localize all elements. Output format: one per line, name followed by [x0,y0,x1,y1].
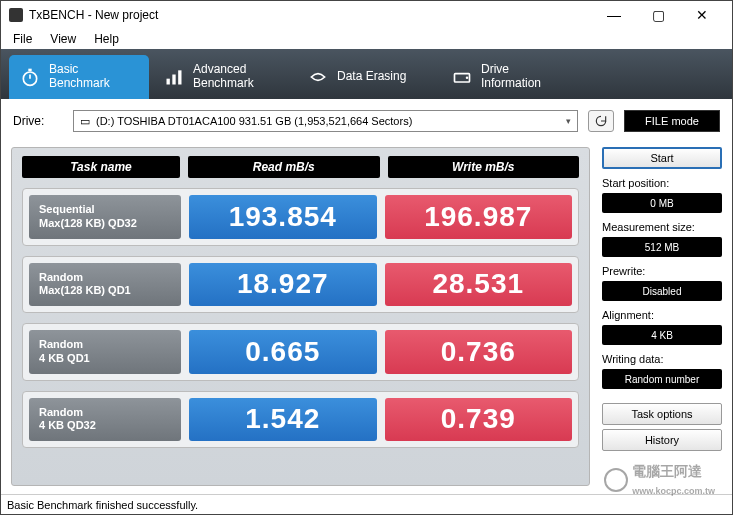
tab-data-erasing[interactable]: Data Erasing [297,55,437,99]
tab-drive-information[interactable]: DriveInformation [441,55,581,99]
window-title: TxBENCH - New project [29,8,158,22]
drive-select[interactable]: ▭ (D:) TOSHIBA DT01ACA100 931.51 GB (1,9… [73,110,578,132]
task-options-button[interactable]: Task options [602,403,722,425]
menubar: File View Help [1,29,732,49]
alignment-label: Alignment: [602,309,722,321]
writing-data-label: Writing data: [602,353,722,365]
task-label: RandomMax(128 KB) QD1 [29,263,181,307]
start-position-value[interactable]: 0 MB [602,193,722,213]
menu-file[interactable]: File [5,30,40,48]
erase-icon [307,66,329,88]
svg-point-6 [466,77,469,80]
alignment-value[interactable]: 4 KB [602,325,722,345]
write-value: 0.736 [385,330,573,374]
prewrite-value[interactable]: Disabled [602,281,722,301]
svg-rect-1 [28,69,31,72]
drive-label: Drive: [13,114,63,128]
measurement-size-label: Measurement size: [602,221,722,233]
read-value: 0.665 [189,330,377,374]
maximize-button[interactable]: ▢ [636,1,680,29]
benchmark-panel: Task name Read mB/s Write mB/s Sequentia… [11,147,590,486]
minimize-button[interactable]: — [592,1,636,29]
tab-basic-benchmark[interactable]: BasicBenchmark [9,55,149,99]
bench-row-random-4k-qd1: Random4 KB QD1 0.665 0.736 [22,323,579,381]
refresh-button[interactable] [588,110,614,132]
measurement-size-value[interactable]: 512 MB [602,237,722,257]
hdd-icon: ▭ [80,115,90,128]
start-button[interactable]: Start [602,147,722,169]
file-mode-button[interactable]: FILE mode [624,110,720,132]
close-button[interactable]: ✕ [680,1,724,29]
col-write: Write mB/s [388,156,580,178]
svg-point-0 [23,72,36,85]
task-label: Random4 KB QD1 [29,330,181,374]
read-value: 1.542 [189,398,377,442]
bars-icon [163,66,185,88]
menu-view[interactable]: View [42,30,84,48]
status-bar: Basic Benchmark finished successfully. [1,494,732,514]
start-position-label: Start position: [602,177,722,189]
chevron-down-icon: ▾ [566,116,571,126]
history-button[interactable]: History [602,429,722,451]
bench-row-sequential: SequentialMax(128 KB) QD32 193.854 196.9… [22,188,579,246]
col-read: Read mB/s [188,156,380,178]
write-value: 196.987 [385,195,573,239]
side-panel: Start Start position: 0 MB Measurement s… [602,147,722,486]
write-value: 0.739 [385,398,573,442]
svg-rect-3 [172,75,175,85]
write-value: 28.531 [385,263,573,307]
writing-data-value[interactable]: Random number [602,369,722,389]
prewrite-label: Prewrite: [602,265,722,277]
svg-rect-2 [167,79,170,85]
read-value: 193.854 [189,195,377,239]
titlebar: TxBENCH - New project — ▢ ✕ [1,1,732,29]
col-task-name: Task name [22,156,180,178]
menu-help[interactable]: Help [86,30,127,48]
tabs: BasicBenchmark AdvancedBenchmark Data Er… [1,49,732,99]
app-icon [9,8,23,22]
read-value: 18.927 [189,263,377,307]
task-label: SequentialMax(128 KB) QD32 [29,195,181,239]
drive-icon [451,66,473,88]
bench-row-random-128-qd1: RandomMax(128 KB) QD1 18.927 28.531 [22,256,579,314]
svg-rect-4 [178,70,181,84]
task-label: Random4 KB QD32 [29,398,181,442]
refresh-icon [594,114,608,128]
bench-row-random-4k-qd32: Random4 KB QD32 1.542 0.739 [22,391,579,449]
stopwatch-icon [19,66,41,88]
drive-selected-text: (D:) TOSHIBA DT01ACA100 931.51 GB (1,953… [96,115,412,127]
tab-advanced-benchmark[interactable]: AdvancedBenchmark [153,55,293,99]
